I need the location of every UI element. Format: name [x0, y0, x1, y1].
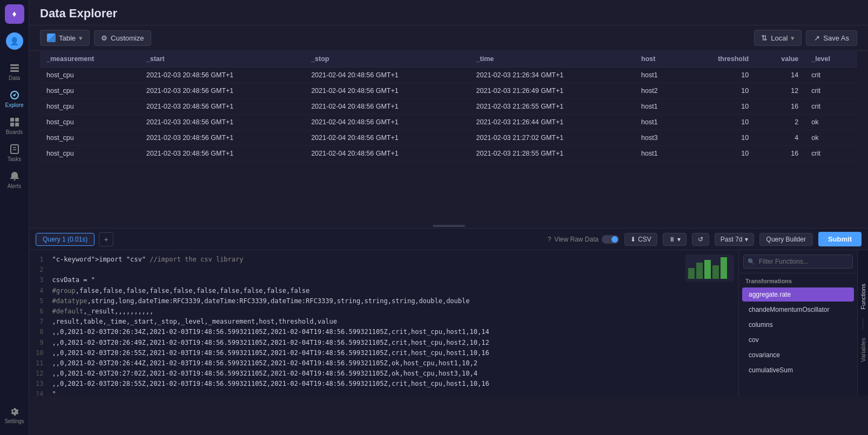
- col-value: value: [755, 51, 805, 68]
- code-line: [48, 265, 681, 275]
- sidebar-item-boards[interactable]: Boards: [0, 112, 29, 139]
- cell-host: host1: [635, 115, 683, 130]
- cell-start: 2021-02-03 20:48:56 GMT+1: [140, 130, 305, 146]
- code-line: ,,0,2021-02-03T20:26:44Z,2021-02-03T19:4…: [48, 358, 681, 369]
- csv-button[interactable]: ⬇ CSV: [624, 233, 657, 246]
- cell-stop: 2021-02-04 20:48:56 GMT+1: [305, 146, 469, 162]
- chevron-down-icon-pause: ▾: [677, 236, 681, 243]
- cell-level: ok: [805, 115, 857, 130]
- local-button[interactable]: ⇅ Local ▾: [754, 30, 802, 46]
- chevron-down-icon-time: ▾: [745, 236, 748, 243]
- code-line: ,,0,2021-02-03T20:26:55Z,2021-02-03T19:4…: [48, 348, 681, 358]
- code-line: "c-keyword">import "csv" //import the cs…: [48, 255, 681, 265]
- line-number: 14: [36, 389, 43, 396]
- sidebar-label-explore: Explore: [5, 102, 24, 108]
- refresh-button[interactable]: ↺: [692, 233, 709, 246]
- sidebar-item-data[interactable]: Data: [0, 58, 29, 85]
- main-content: Data Explorer Table ▾ ⚙ Customize ⇅ Loca…: [29, 0, 868, 435]
- svg-rect-0: [10, 64, 19, 66]
- cell-level: ok: [805, 130, 857, 146]
- sidebar-label-tasks: Tasks: [8, 156, 22, 162]
- code-editor[interactable]: "c-keyword">import "csv" //import the cs…: [48, 250, 681, 396]
- svg-rect-6: [10, 123, 14, 126]
- download-icon: ⬇: [630, 236, 636, 243]
- code-line: #group,false,false,false,false,false,fal…: [48, 286, 681, 296]
- cell-start: 2021-02-03 20:48:56 GMT+1: [140, 115, 305, 130]
- cell-threshold: 10: [683, 115, 755, 130]
- submit-label: Submit: [828, 235, 852, 243]
- table-row: host_cpu 2021-02-03 20:48:56 GMT+1 2021-…: [40, 130, 857, 146]
- svg-rect-5: [15, 118, 19, 122]
- side-tab-variables[interactable]: Variables: [858, 331, 868, 369]
- col-measurement: _measurement: [40, 51, 140, 68]
- query-tab-1[interactable]: Query 1 (0.01s): [36, 233, 95, 246]
- cell-host: host2: [635, 83, 683, 99]
- svg-rect-14: [712, 265, 719, 279]
- function-item[interactable]: chandeMomentumOscillator: [742, 303, 854, 317]
- view-raw-container: ? View Raw Data: [548, 235, 620, 244]
- cell-start: 2021-02-03 20:48:56 GMT+1: [140, 68, 305, 83]
- line-number: 12: [36, 369, 43, 379]
- sidebar-item-tasks[interactable]: Tasks: [0, 139, 29, 166]
- local-label: Local: [771, 34, 788, 42]
- svg-rect-1: [10, 68, 19, 69]
- cell-start: 2021-02-03 20:48:56 GMT+1: [140, 99, 305, 115]
- line-number: 4: [36, 286, 43, 296]
- code-line: #default,_result,,,,,,,,,,: [48, 306, 681, 317]
- add-query-button[interactable]: +: [99, 232, 113, 246]
- code-line: ,,0,2021-02-03T20:26:34Z,2021-02-03T19:4…: [48, 327, 681, 337]
- app-logo[interactable]: ♦: [5, 4, 24, 24]
- mini-chart: [685, 255, 734, 282]
- cell-host: host3: [635, 130, 683, 146]
- query-tabs-bar: Query 1 (0.01s) + ? View Raw Data ⬇ CSV …: [29, 229, 868, 250]
- table-row: host_cpu 2021-02-03 20:48:56 GMT+1 2021-…: [40, 99, 857, 115]
- view-type-button[interactable]: Table ▾: [40, 30, 90, 46]
- function-item[interactable]: aggregate.rate: [742, 287, 854, 302]
- table-row: host_cpu 2021-02-03 20:48:56 GMT+1 2021-…: [40, 146, 857, 162]
- cell-measurement: host_cpu: [40, 146, 140, 162]
- avatar[interactable]: 👤: [6, 32, 23, 50]
- svg-rect-4: [10, 118, 14, 122]
- cell-threshold: 10: [683, 68, 755, 83]
- col-host: host: [635, 51, 683, 68]
- line-number: 2: [36, 265, 43, 275]
- line-number: 3: [36, 275, 43, 285]
- query-builder-label: Query Builder: [766, 236, 806, 243]
- functions-search-input[interactable]: [743, 255, 853, 269]
- line-number: 6: [36, 306, 43, 317]
- function-item[interactable]: covariance: [742, 348, 854, 362]
- query-builder-button[interactable]: Query Builder: [759, 233, 813, 246]
- submit-button[interactable]: Submit: [818, 232, 862, 246]
- sidebar-label-data: Data: [9, 75, 20, 81]
- customize-label: Customize: [111, 34, 144, 42]
- save-as-button[interactable]: ↗ Save As: [806, 30, 857, 46]
- view-raw-toggle[interactable]: [602, 235, 619, 244]
- code-line: csvData = ": [48, 275, 681, 285]
- customize-button[interactable]: ⚙ Customize: [94, 30, 151, 46]
- code-line: ,,0,2021-02-03T20:28:55Z,2021-02-03T19:4…: [48, 379, 681, 389]
- side-tab-functions[interactable]: Functions: [858, 277, 868, 316]
- function-item[interactable]: cumulativeSum: [742, 363, 854, 377]
- sidebar-item-explore[interactable]: Explore: [0, 85, 29, 112]
- time-range-button[interactable]: Past 7d ▾: [715, 233, 754, 246]
- line-number: 13: [36, 379, 43, 389]
- col-stop: _stop: [305, 51, 469, 68]
- view-raw-label: View Raw Data: [554, 236, 598, 243]
- sidebar-label-alerts: Alerts: [8, 183, 22, 189]
- cell-level: crit: [805, 83, 857, 99]
- sidebar-item-settings[interactable]: Settings: [4, 401, 24, 429]
- chevron-down-icon: ▾: [79, 34, 83, 42]
- cell-value: 16: [755, 99, 805, 115]
- save-as-label: Save As: [823, 34, 849, 42]
- cell-stop: 2021-02-04 20:48:56 GMT+1: [305, 99, 469, 115]
- line-number: 7: [36, 317, 43, 327]
- function-item[interactable]: columns: [742, 318, 854, 332]
- pause-button[interactable]: ⏸ ▾: [663, 233, 687, 246]
- cell-time: 2021-02-03 21:26:55 GMT+1: [470, 99, 635, 115]
- cell-time: 2021-02-03 21:26:34 GMT+1: [470, 68, 635, 83]
- sidebar-item-alerts[interactable]: Alerts: [0, 166, 29, 193]
- cell-value: 12: [755, 83, 805, 99]
- cell-level: crit: [805, 68, 857, 83]
- function-item[interactable]: cov: [742, 333, 854, 347]
- csv-label: CSV: [638, 236, 651, 243]
